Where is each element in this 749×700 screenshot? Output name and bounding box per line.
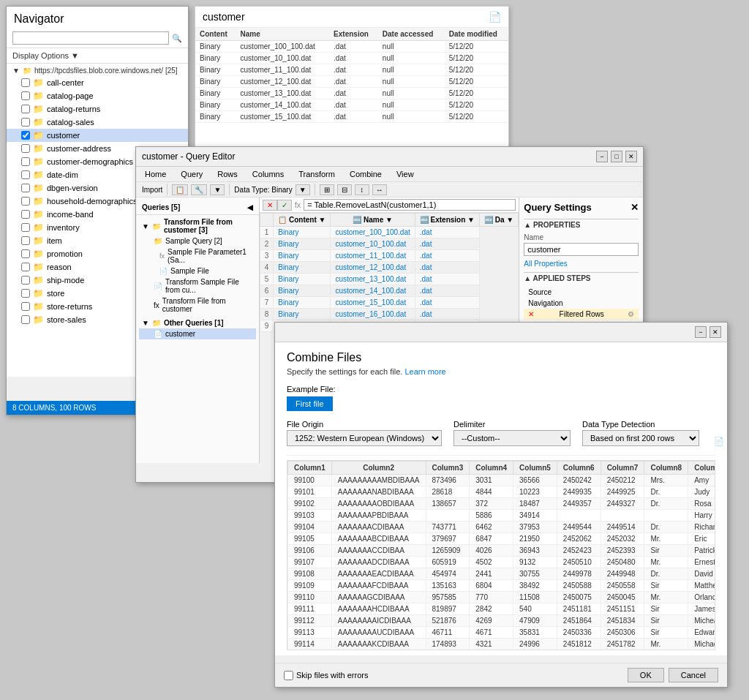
skip-checkbox[interactable]	[284, 671, 293, 680]
qe-column-header[interactable]: 🔤 Extension ▼	[415, 214, 479, 227]
tree-item[interactable]: 📁catalog-returns	[7, 102, 188, 116]
cancel-button[interactable]: Cancel	[669, 668, 718, 682]
sidebar-group-header[interactable]: ▼📁Other Queries [1]	[139, 317, 256, 328]
sidebar-collapse-icon[interactable]: ◀	[247, 203, 253, 211]
table-cell: Dr.	[644, 522, 688, 533]
qs-name-input[interactable]	[524, 243, 639, 256]
first-file-button[interactable]: First file	[287, 396, 333, 411]
table-cell: 38492	[513, 580, 557, 592]
applied-step[interactable]: ✕Filtered Rows⚙	[524, 309, 639, 320]
table-cell: 18487	[513, 498, 557, 510]
table-cell: Matthew	[688, 580, 715, 592]
close-btn[interactable]: ✕	[625, 151, 637, 162]
table-cell: customer_14_100.dat	[331, 285, 415, 297]
qe-column-header[interactable]: 📋 Content ▼	[274, 214, 331, 227]
toolbar-btn-1[interactable]: 📋	[172, 184, 188, 195]
tree-item[interactable]: 📁call-center	[7, 76, 188, 89]
menu-item-columns[interactable]: Columns	[249, 168, 287, 180]
dialog-close-btn[interactable]: ✕	[710, 326, 721, 338]
sidebar-item[interactable]: 📁Sample Query [2]	[139, 236, 256, 246]
skip-label: Skip files with errors	[296, 671, 368, 680]
qe-column-header[interactable]: 🔤 Name ▼	[331, 214, 415, 227]
delimiter-select[interactable]: --Custom--	[453, 430, 571, 446]
sidebar-sub-item[interactable]: fxSample File Parameter1 (Sa...	[139, 246, 256, 266]
data-type-detection-select[interactable]: Based on first 200 rows	[582, 430, 699, 446]
menu-item-query[interactable]: Query	[178, 168, 206, 180]
table-cell: 2450242	[557, 475, 601, 486]
table-cell	[557, 510, 601, 522]
search-input[interactable]	[12, 31, 169, 45]
table-cell: 35831	[513, 627, 557, 639]
formula-input[interactable]	[304, 199, 516, 211]
sidebar-group-header[interactable]: ▼📁Transform File from customer [3]	[139, 217, 256, 236]
dialog-minimize-btn[interactable]: −	[695, 326, 707, 338]
table-cell: 99110	[288, 592, 332, 603]
table-cell: Sir	[644, 615, 688, 627]
data-type-dropdown[interactable]: ▼	[296, 184, 310, 195]
table-cell: 2450480	[601, 557, 644, 568]
table-cell: 2451181	[557, 603, 601, 615]
menu-item-combine[interactable]: Combine	[347, 168, 385, 180]
table-cell: AAAAAAANABDIBAAA	[331, 486, 426, 498]
combine-column-header: Column1	[288, 462, 332, 475]
tree-item[interactable]: 📁catalog-page	[7, 89, 188, 102]
tree-item[interactable]: 📁customer	[7, 129, 188, 142]
sidebar-item[interactable]: 📄customer	[139, 328, 256, 339]
menu-item-home[interactable]: Home	[142, 168, 169, 180]
import-label: Import	[142, 186, 162, 194]
qs-close-icon[interactable]: ✕	[631, 202, 639, 213]
qs-panel: Query Settings ✕ ▲ PROPERTIES Name All P…	[524, 202, 639, 320]
table-cell: 99113	[288, 627, 332, 639]
formula-ok-btn[interactable]: ✓	[277, 200, 292, 211]
table-cell: 6462	[470, 522, 513, 533]
menu-item-rows[interactable]: Rows	[214, 168, 241, 180]
table-cell: 99106	[288, 545, 332, 557]
sidebar-item[interactable]: fxTransform File from customer	[139, 296, 256, 315]
table-cell: 2452423	[557, 545, 601, 557]
table-cell: 4502	[470, 557, 513, 568]
table-cell: 2450075	[557, 592, 601, 603]
table-cell: Mr.	[644, 639, 688, 650]
query-editor-titlebar: customer - Query Editor − □ ✕	[136, 147, 643, 167]
table-cell: 99102	[288, 498, 332, 510]
table-cell: customer_11_100.dat	[331, 250, 415, 262]
applied-step[interactable]: Source⚙	[524, 287, 639, 298]
combine-column-header: Column5	[513, 462, 557, 475]
applied-step[interactable]: Navigation⚙	[524, 298, 639, 309]
formula-delete-btn[interactable]: ✕	[263, 200, 277, 211]
table-row: 99108AAAAAAAEACDIBAAA4549742441307552449…	[288, 568, 716, 580]
menu-item-view[interactable]: View	[394, 168, 417, 180]
toolbar-btn-6[interactable]: ↕	[355, 184, 369, 195]
preview-title: customer 📄	[195, 7, 508, 28]
minimize-btn[interactable]: −	[596, 151, 608, 162]
sidebar-item[interactable]: 📄Transform Sample File from cu...	[139, 276, 256, 296]
table-cell: AAAAAAGCDIBAAA	[331, 592, 426, 603]
learn-more-link[interactable]: Learn more	[404, 367, 445, 376]
qs-all-properties-link[interactable]: All Properties	[524, 260, 567, 268]
table-cell: 2449514	[601, 522, 644, 533]
sidebar-items: ▼📁Transform File from customer [3]📁Sampl…	[136, 215, 259, 341]
tree-item[interactable]: 📁catalog-sales	[7, 116, 188, 129]
toolbar-btn-3[interactable]: ▼	[210, 184, 225, 195]
preview-panel: customer 📄 ContentNameExtensionDate acce…	[195, 6, 509, 159]
maximize-btn[interactable]: □	[611, 151, 622, 162]
table-cell: 99112	[288, 615, 332, 627]
table-cell: AAAAAAAAUCDIBAAA	[331, 627, 426, 639]
ok-button[interactable]: OK	[628, 668, 664, 682]
table-cell: David	[688, 568, 715, 580]
table-cell: Sir	[644, 627, 688, 639]
combine-column-header: Column3	[426, 462, 470, 475]
display-options[interactable]: Display Options ▼	[7, 48, 188, 64]
toolbar-btn-5[interactable]: ⊟	[337, 184, 352, 195]
toolbar-btn-7[interactable]: ↔	[372, 184, 387, 195]
file-origin-select[interactable]: 1252: Western European (Windows)	[287, 430, 442, 446]
table-cell: 99107	[288, 557, 332, 568]
sidebar-sub-item[interactable]: 📄Sample File	[139, 266, 256, 276]
qe-column-header[interactable]: 🔤 Da ▼	[480, 214, 519, 227]
table-cell: 2452062	[557, 533, 601, 545]
table-row: 99105AAAAAAABCDIBAAA37969768472195024520…	[288, 533, 716, 545]
menu-item-transform[interactable]: Transform	[296, 168, 338, 180]
toolbar-btn-4[interactable]: ⊞	[320, 184, 334, 195]
table-cell: 39740	[513, 650, 557, 651]
toolbar-btn-2[interactable]: 🔧	[191, 184, 207, 195]
